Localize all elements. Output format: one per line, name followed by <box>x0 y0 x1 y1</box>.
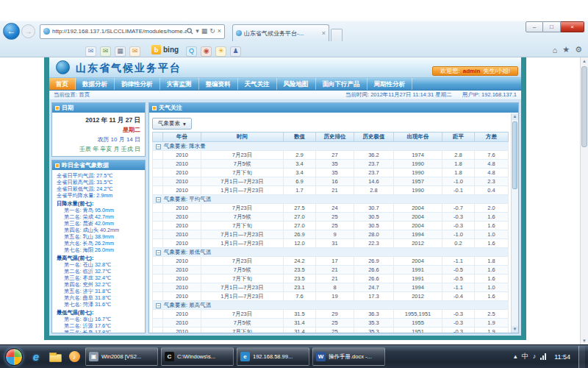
maximize-button[interactable]: □ <box>543 21 561 32</box>
grid-view-icon[interactable]: ▦ <box>115 46 126 57</box>
input-indicator[interactable]: 中 <box>522 353 528 360</box>
volume-icon[interactable]: ♪ <box>533 353 537 360</box>
table-row[interactable]: 20107月23日2.92736.219742.87.6 <box>153 151 509 160</box>
explorer-folder-icon[interactable] <box>46 348 64 366</box>
table-row[interactable]: 20107月23日27.52430.72004-0.72.0 <box>153 204 509 213</box>
table-row[interactable]: 20107月下旬27.02530.52004-0.31.6 <box>153 222 509 230</box>
nav-item[interactable]: 周期性分析 <box>368 78 413 90</box>
browser-scroll-down-icon[interactable]: ▼ <box>581 337 588 344</box>
table-group-row[interactable]: −气象要素: 最低气温 <box>153 248 509 257</box>
qq-icon[interactable]: Q <box>186 46 197 57</box>
system-tray: ▴中♪ 11:54 <box>514 346 587 368</box>
show-desktop-button[interactable] <box>578 346 585 368</box>
compatibility-view-icon[interactable]: ▦ <box>201 28 208 35</box>
table-group-row[interactable]: −气象要素: 降水量 <box>153 142 509 151</box>
favorites-star-icon[interactable]: ★ <box>562 45 570 54</box>
task-word-doc[interactable]: W操作手册.docx -... <box>312 347 385 366</box>
table-row[interactable]: 20101月1日—7月23日12.03122.320120.21.6 <box>153 239 509 248</box>
table-header-cell[interactable]: 数值 <box>284 132 316 142</box>
nav-item[interactable]: 数据分析 <box>76 78 115 90</box>
collapse-icon[interactable]: − <box>156 197 161 202</box>
task-console[interactable]: CC:\Windows\s... <box>161 347 234 366</box>
table-row[interactable]: 20107月5候3.43523.719901.84.8 <box>153 160 509 169</box>
task-remote-ie[interactable]: e192.168.58.99... <box>237 347 309 366</box>
task-buttons: ▣Win2008 [VS2...CC:\Windows\s...e192.168… <box>84 347 387 366</box>
table-header-cell[interactable]: 历史极值 <box>354 132 394 142</box>
table-row[interactable]: 20101月1日—7月23日1.7212.81990-0.10.4 <box>153 186 509 195</box>
browser-tab[interactable]: 山东省气候业务平台-... × <box>232 24 329 41</box>
nav-item[interactable]: 首页 <box>49 78 76 90</box>
collapse-icon[interactable]: − <box>156 250 161 255</box>
table-row[interactable]: 20107月1日—7月23日26.9928.01994-1.01.0 <box>153 230 509 239</box>
table-cell: 1.6 <box>475 222 509 230</box>
nav-item[interactable]: 天气关注 <box>238 78 277 90</box>
table-header-cell[interactable]: 出现年份 <box>394 132 442 142</box>
browser-scroll-up-icon[interactable]: ▲ <box>581 57 588 65</box>
table-header-cell[interactable]: 距平 <box>442 132 475 142</box>
table-row[interactable]: 20107月1日—7月23日23.1824.71994-1.11.0 <box>153 283 509 292</box>
table-group-row[interactable]: −气象要素: 最高气温 <box>153 301 509 310</box>
stop-icon[interactable]: × <box>218 28 221 35</box>
table-row[interactable]: 20107月下旬3.43523.719901.84.8 <box>153 169 509 177</box>
table-row[interactable]: 20107月1日—7月23日6.91614.61957-1.02.3 <box>153 177 509 186</box>
rank-item: 第七名: 海阳 26.0mm <box>57 247 143 253</box>
nav-item[interactable]: 韵律性分析 <box>115 78 160 90</box>
send-mail-icon[interactable]: ✉ <box>100 46 111 57</box>
new-tab-button[interactable] <box>331 29 343 41</box>
nav-item[interactable]: 整编资料 <box>199 78 238 90</box>
content-scrollbar-thumb[interactable] <box>512 121 517 189</box>
table-header-cell[interactable]: 时间 <box>201 132 284 142</box>
start-button[interactable] <box>5 348 23 366</box>
table-row[interactable]: 20107月5候31.42535.31955-0.31.9 <box>153 319 509 328</box>
task-win2008[interactable]: ▣Win2008 [VS2... <box>85 347 158 366</box>
forward-button[interactable]: → <box>21 24 35 38</box>
table-header-cell[interactable]: 历史排位 <box>316 132 354 142</box>
scroll-down-icon[interactable]: ▼ <box>512 326 518 333</box>
message-icon[interactable]: ✉ <box>129 46 140 57</box>
ie-quicklaunch-icon[interactable]: e <box>27 348 45 366</box>
people-icon[interactable]: ♟ <box>230 46 241 57</box>
table-row[interactable]: 20107月下旬23.52126.61991-0.51.6 <box>153 275 509 283</box>
tray-expand-icon[interactable]: ▴ <box>514 353 517 360</box>
browser-scrollbar-thumb[interactable] <box>581 66 587 147</box>
search-icon[interactable] <box>187 28 193 35</box>
mail-icon[interactable]: ✉ <box>85 46 96 57</box>
close-button[interactable]: × <box>561 21 584 32</box>
table-row[interactable]: 20101月1日—7月23日7.61917.32012-0.41.6 <box>153 292 509 301</box>
table-row[interactable]: 20107月5候27.02530.52004-0.31.6 <box>153 213 509 222</box>
table-header-cell[interactable]: 年份 <box>163 132 201 142</box>
tab-close-icon[interactable]: × <box>322 29 326 37</box>
collapse-icon[interactable]: − <box>156 144 161 149</box>
nav-item[interactable]: 面向下行产品 <box>316 78 368 90</box>
nav-item[interactable]: 风险地图 <box>277 78 316 90</box>
address-field[interactable]: http://192.168.137.1/SLCCLIMATE/modules/… <box>40 24 225 39</box>
media-player-icon[interactable]: ♪ <box>65 348 83 366</box>
scroll-up-icon[interactable]: ▲ <box>512 113 518 120</box>
table-row[interactable]: 20107月23日24.21726.92004-1.11.8 <box>153 257 509 266</box>
table-cell: 1.8 <box>442 160 475 169</box>
content-scrollbar[interactable]: ▲ ▼ <box>511 113 518 333</box>
element-filter-button[interactable]: 气象要素 ▾ <box>152 118 192 130</box>
rank-item: 第三名: 昆嵛 42.0mm <box>57 220 143 227</box>
table-row[interactable]: 20107月5候23.52126.61991-0.51.6 <box>153 266 509 275</box>
nav-item[interactable]: 灾害监测 <box>160 78 199 90</box>
weather-widget-icon[interactable]: ☀ <box>215 46 226 57</box>
minimize-button[interactable]: – <box>526 21 543 32</box>
ie-logo-icon: e <box>33 350 39 363</box>
collapse-icon[interactable]: − <box>156 303 161 308</box>
search-dropdown-icon[interactable]: ▾ <box>196 28 199 35</box>
settings-gear-icon[interactable]: ⚙ <box>575 45 582 54</box>
taskbar-clock[interactable]: 11:54 <box>551 353 574 361</box>
back-button[interactable]: ← <box>3 23 20 40</box>
table-group-row[interactable]: −气象要素: 平均气温 <box>153 195 509 204</box>
table-row[interactable]: 20107月23日31.52936.31955,1951-0.32.5 <box>153 310 509 319</box>
url-text[interactable]: http://192.168.137.1/SLCCLIMATE/modules/… <box>52 28 187 35</box>
table-header-cell[interactable]: 方差 <box>475 132 509 142</box>
refresh-icon[interactable]: ↻ <box>209 28 215 35</box>
home-icon[interactable]: ⌂ <box>553 46 558 54</box>
camera-icon[interactable]: ◉ <box>201 46 212 57</box>
network-icon[interactable] <box>540 353 546 360</box>
bing-search-widget[interactable]: b bing <box>151 45 179 54</box>
browser-scrollbar[interactable]: ▲ ▼ <box>580 57 588 344</box>
table-row[interactable]: 20107月下旬31.42535.31951-0.31.9 <box>153 328 509 333</box>
